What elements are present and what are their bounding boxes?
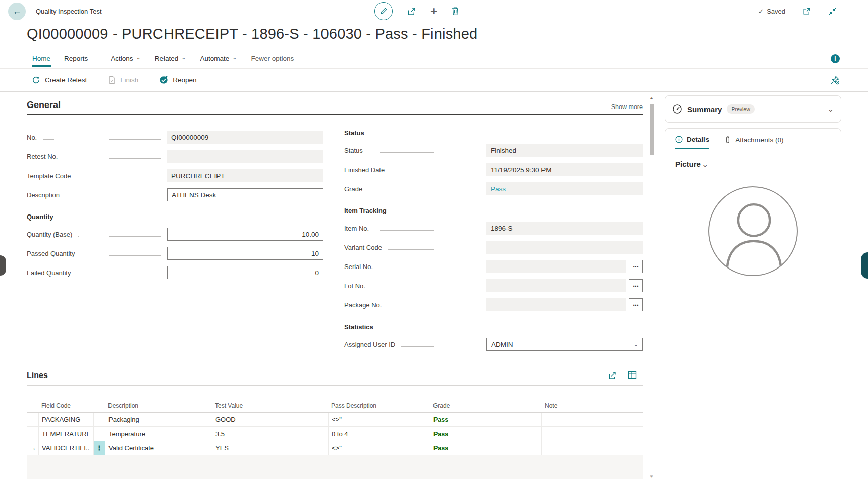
- chevron-down-icon: ⌄: [181, 54, 186, 61]
- row-menu-cell[interactable]: [94, 427, 105, 441]
- passed-quantity-field[interactable]: 10: [167, 247, 323, 260]
- share-icon[interactable]: [608, 371, 617, 380]
- grade-cell[interactable]: Pass: [430, 441, 542, 455]
- menu-actions-label: Actions: [111, 55, 133, 62]
- assigned-user-value: ADMIN: [491, 341, 513, 348]
- column-header-grade[interactable]: Grade: [430, 402, 541, 413]
- general-heading[interactable]: General: [27, 100, 61, 111]
- tab-attachments[interactable]: Attachments (0): [724, 136, 783, 149]
- field-code-cell[interactable]: PACKAGING: [39, 413, 94, 427]
- grade-cell[interactable]: Pass: [430, 413, 542, 427]
- app-caption[interactable]: Quality Inspection Test: [36, 8, 102, 15]
- template-code-field[interactable]: PURCHRECEIPT: [167, 169, 323, 182]
- item-no-field[interactable]: 1896-S: [486, 222, 643, 235]
- variant-code-field[interactable]: [486, 241, 643, 254]
- test-value-cell[interactable]: YES: [212, 441, 329, 455]
- pass-description-cell[interactable]: <>": [329, 441, 430, 455]
- info-icon[interactable]: i: [831, 54, 840, 63]
- field-code-cell[interactable]: TEMPERATURE: [39, 427, 94, 441]
- row-selector-cell[interactable]: [27, 427, 39, 441]
- package-no-assist-button[interactable]: ...: [629, 298, 643, 311]
- column-header-note[interactable]: Note: [541, 402, 643, 413]
- menu-related[interactable]: Related ⌄: [155, 55, 186, 62]
- description-cell[interactable]: Packaging: [105, 413, 212, 427]
- lot-no-assist-button[interactable]: ...: [629, 279, 643, 292]
- note-cell[interactable]: [542, 413, 643, 427]
- field-code-edit-value[interactable]: VALIDCERTIFI...: [42, 444, 90, 452]
- general-fields: No. QI00000009 Retest No. Template Code …: [27, 128, 643, 354]
- serial-no-field[interactable]: [486, 260, 626, 273]
- no-field[interactable]: QI00000009: [167, 131, 323, 144]
- record-toolbar: +: [374, 0, 459, 22]
- lot-no-field[interactable]: [486, 279, 626, 292]
- row-menu-cell[interactable]: [94, 413, 105, 427]
- menu-actions[interactable]: Actions ⌄: [111, 55, 141, 62]
- template-code-label: Template Code: [27, 172, 71, 180]
- summary-card[interactable]: Summary Preview ⌄: [665, 95, 841, 123]
- failed-quantity-field[interactable]: 0: [167, 266, 323, 279]
- description-cell[interactable]: Valid Certificate: [105, 441, 212, 455]
- finish-button[interactable]: Finish: [108, 76, 138, 84]
- finished-date-field[interactable]: 11/19/2025 9:30 PM: [486, 163, 643, 176]
- open-in-new-window-icon[interactable]: [802, 7, 811, 16]
- create-retest-button[interactable]: Create Retest: [32, 76, 87, 84]
- grade-cell[interactable]: Pass: [430, 427, 542, 441]
- finished-date-label: Finished Date: [344, 166, 385, 174]
- pass-description-cell[interactable]: 0 to 4: [329, 427, 430, 441]
- new-record-button[interactable]: +: [430, 6, 437, 17]
- share-icon[interactable]: [407, 7, 416, 16]
- vertical-scrollbar[interactable]: ▲ ▼: [648, 89, 656, 483]
- scrollbar-thumb[interactable]: [650, 104, 654, 155]
- pass-description-cell[interactable]: <>": [329, 413, 430, 427]
- note-cell[interactable]: [542, 441, 643, 455]
- tab-reports[interactable]: Reports: [64, 55, 88, 62]
- grade-field[interactable]: Pass: [486, 182, 643, 195]
- note-cell[interactable]: [542, 427, 643, 441]
- delete-icon[interactable]: [451, 7, 459, 16]
- serial-no-assist-button[interactable]: ...: [629, 260, 643, 273]
- field-row-no: No. QI00000009: [27, 128, 323, 147]
- unpin-icon[interactable]: [830, 75, 840, 85]
- column-header-description[interactable]: Description: [105, 402, 212, 413]
- column-header-pass-description[interactable]: Pass Description: [328, 402, 430, 413]
- tab-attachments-label: Attachments (0): [735, 136, 783, 144]
- chevron-down-icon: ⌄: [702, 160, 708, 168]
- quantity-base-field[interactable]: 10.00: [167, 228, 323, 241]
- field-row-grade: Grade Pass: [344, 179, 643, 198]
- picture-section-toggle[interactable]: Picture ⌄: [665, 149, 841, 168]
- edit-button[interactable]: [374, 2, 393, 20]
- chevron-down-icon[interactable]: ⌄: [827, 104, 834, 114]
- test-value-cell[interactable]: 3.5: [212, 427, 329, 441]
- field-code-cell[interactable]: VALIDCERTIFI...: [39, 441, 94, 455]
- column-header-test-value[interactable]: Test Value: [212, 402, 328, 413]
- fewer-options-button[interactable]: Fewer options: [251, 55, 294, 62]
- right-edge-handle[interactable]: [861, 252, 868, 279]
- dotted-leader: [66, 193, 161, 197]
- show-more-link[interactable]: Show more: [611, 103, 643, 111]
- field-row-failed-quantity: Failed Quantity 0: [27, 263, 323, 282]
- finish-document-check-icon: [108, 76, 116, 84]
- tab-details[interactable]: Details: [675, 136, 709, 149]
- description-field[interactable]: ATHENS Desk: [167, 188, 323, 201]
- menu-automate[interactable]: Automate ⌄: [200, 55, 237, 62]
- status-field[interactable]: Finished: [486, 144, 643, 157]
- column-header-field-code[interactable]: Field Code: [38, 402, 93, 413]
- left-edge-handle[interactable]: [0, 255, 6, 276]
- package-no-field[interactable]: [486, 298, 626, 311]
- retest-no-field[interactable]: [167, 150, 323, 163]
- collapse-icon[interactable]: [828, 7, 837, 16]
- open-in-excel-icon[interactable]: [628, 371, 637, 380]
- row-selector-cell[interactable]: [27, 413, 39, 427]
- back-button[interactable]: ←: [8, 3, 26, 20]
- tab-home[interactable]: Home: [32, 55, 51, 67]
- scroll-down-icon[interactable]: ▼: [649, 474, 654, 479]
- row-menu-button[interactable]: ⋮: [94, 441, 105, 455]
- test-value-cell[interactable]: GOOD: [212, 413, 329, 427]
- reopen-button[interactable]: Reopen: [159, 76, 196, 84]
- lines-heading[interactable]: Lines: [27, 371, 48, 380]
- dotted-leader: [64, 154, 161, 159]
- scroll-up-icon[interactable]: ▲: [649, 96, 654, 100]
- menu-column-header: [93, 402, 105, 413]
- description-cell[interactable]: Temperature: [105, 427, 212, 441]
- assigned-user-dropdown[interactable]: ADMIN ⌄: [486, 338, 643, 351]
